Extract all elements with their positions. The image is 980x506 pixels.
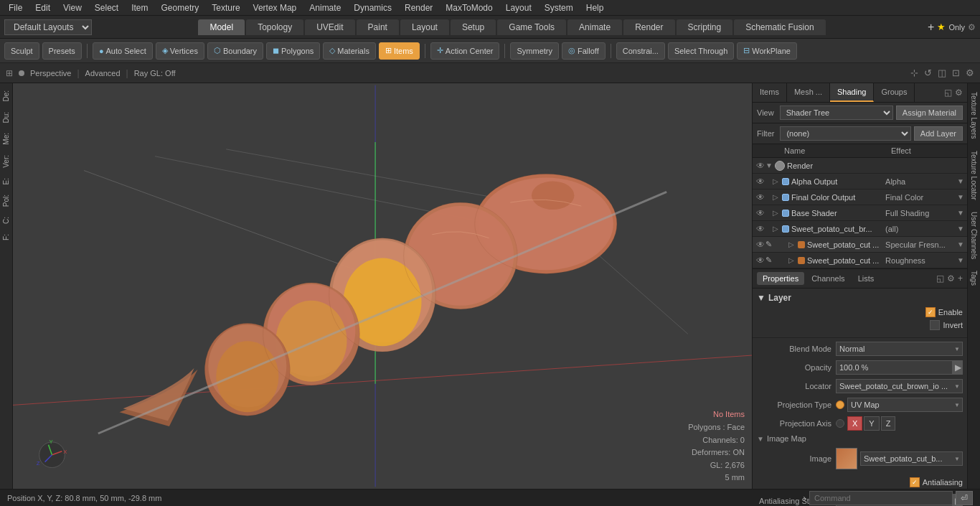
shader-row-base[interactable]: 👁 ▷ Base Shader Full Shading ▼ bbox=[753, 205, 967, 221]
action-center-button[interactable]: ✛ Action Center bbox=[430, 42, 500, 60]
opacity-input[interactable] bbox=[836, 360, 953, 375]
tab-uvedit[interactable]: UVEdit bbox=[305, 19, 354, 35]
workplane-button[interactable]: ⊟ WorkPlane bbox=[737, 42, 797, 60]
rp-tab-mesh[interactable]: Mesh ... bbox=[787, 83, 830, 102]
prop-tab-properties[interactable]: Properties bbox=[757, 272, 804, 285]
menu-edit[interactable]: Edit bbox=[29, 1, 56, 14]
tab-topology[interactable]: Topology bbox=[246, 19, 303, 35]
projection-type-dropdown[interactable]: UV Map bbox=[847, 398, 963, 412]
arrow-base[interactable]: ▷ bbox=[773, 209, 780, 217]
shader-row-roughness[interactable]: 👁 ✎ ▷ Sweet_potato_cut ... Roughness ▼ bbox=[753, 253, 967, 268]
layout-dropdown[interactable]: Default Layouts bbox=[4, 19, 92, 35]
shader-tree-dropdown[interactable]: Shader Tree bbox=[780, 106, 893, 120]
add-layout-button[interactable]: + bbox=[928, 21, 934, 34]
menu-maxtomodo[interactable]: MaxToModo bbox=[440, 1, 498, 14]
symmetry-button[interactable]: Symmetry bbox=[510, 42, 559, 60]
left-tab-me[interactable]: Me: bbox=[1, 128, 11, 149]
left-tab-du[interactable]: Du: bbox=[1, 108, 11, 128]
menu-select[interactable]: Select bbox=[89, 1, 124, 14]
left-tab-f[interactable]: F: bbox=[1, 230, 11, 245]
tab-animate[interactable]: Animate bbox=[567, 19, 622, 35]
shader-row-final-color[interactable]: 👁 ▷ Final Color Output Final Color ▼ bbox=[753, 189, 967, 205]
opacity-end-btn[interactable]: ▶ bbox=[953, 360, 963, 375]
rp-settings-icon[interactable]: ⚙ bbox=[955, 88, 963, 98]
left-tab-ver[interactable]: Ver: bbox=[1, 151, 11, 172]
tab-game-tools[interactable]: Game Tools bbox=[497, 19, 566, 35]
assign-material-button[interactable]: Assign Material bbox=[896, 106, 963, 120]
falloff-button[interactable]: ◎ Falloff bbox=[562, 42, 606, 60]
tab-paint[interactable]: Paint bbox=[357, 19, 399, 35]
menu-dynamics[interactable]: Dynamics bbox=[348, 1, 397, 14]
left-tab-e[interactable]: E: bbox=[1, 174, 11, 189]
rp-tab-shading[interactable]: Shading bbox=[830, 83, 874, 102]
axis-z-button[interactable]: Z bbox=[881, 416, 896, 431]
arrow-alpha[interactable]: ▷ bbox=[773, 177, 780, 185]
arrow-roughness[interactable]: ▷ bbox=[788, 256, 796, 264]
shader-row-alpha[interactable]: 👁 ▷ Alpha Output Alpha ▼ bbox=[753, 174, 967, 189]
invert-checkbox[interactable] bbox=[930, 320, 940, 330]
cmd-submit-button[interactable]: ⏎ bbox=[956, 491, 973, 505]
auto-select-button[interactable]: ● Auto Select bbox=[93, 42, 153, 60]
add-layer-button[interactable]: Add Layer bbox=[914, 126, 963, 141]
arrow-final[interactable]: ▷ bbox=[773, 193, 780, 201]
eye-icon-alpha[interactable]: 👁 bbox=[755, 177, 765, 187]
eye-icon-base[interactable]: 👁 bbox=[755, 208, 765, 218]
tab-model[interactable]: Model bbox=[198, 19, 245, 35]
viewport-icon-4[interactable]: ⊡ bbox=[952, 67, 960, 78]
menu-vertex-map[interactable]: Vertex Map bbox=[248, 1, 303, 14]
arrow-sweet[interactable]: ▷ bbox=[773, 225, 780, 233]
arrow-specular[interactable]: ▷ bbox=[788, 240, 796, 248]
polygons-button[interactable]: ◼ Polygons bbox=[266, 42, 320, 60]
boundary-button[interactable]: ⬡ Boundary bbox=[207, 42, 263, 60]
tab-render[interactable]: Render bbox=[623, 19, 674, 35]
eye-icon-sweet[interactable]: 👁 bbox=[755, 224, 765, 234]
antialiasing-checkbox[interactable]: ✓ bbox=[910, 477, 920, 487]
menu-help[interactable]: Help bbox=[580, 1, 610, 14]
viewport-icon-2[interactable]: ↺ bbox=[924, 67, 932, 78]
shader-row-sweet-potato[interactable]: 👁 ▷ Sweet_potato_cut_br... (all) ▼ bbox=[753, 221, 967, 237]
menu-texture[interactable]: Texture bbox=[206, 1, 245, 14]
constraints-button[interactable]: Constrai... bbox=[616, 42, 665, 60]
menu-layout[interactable]: Layout bbox=[500, 1, 537, 14]
viewport-expand-icon[interactable]: ⊞ bbox=[6, 68, 13, 78]
advanced-label[interactable]: Advanced bbox=[85, 69, 121, 78]
prop-expand-icon[interactable]: ◱ bbox=[936, 273, 944, 284]
prop-settings-icon[interactable]: ⚙ bbox=[947, 273, 955, 284]
eye-icon-render[interactable]: 👁 bbox=[755, 161, 765, 171]
menu-item[interactable]: Item bbox=[126, 1, 154, 14]
cmd-arrow-left[interactable]: › bbox=[803, 492, 806, 504]
menu-view[interactable]: View bbox=[57, 1, 88, 14]
shader-row-render[interactable]: 👁 ▼ Render bbox=[753, 158, 967, 174]
menu-system[interactable]: System bbox=[539, 1, 579, 14]
tab-layout[interactable]: Layout bbox=[400, 19, 449, 35]
axis-y-button[interactable]: Y bbox=[864, 416, 879, 431]
menu-animate[interactable]: Animate bbox=[303, 1, 347, 14]
shader-row-specular[interactable]: 👁 ✎ ▷ Sweet_potato_cut ... Specular Fres… bbox=[753, 237, 967, 253]
rp-expand-icon[interactable]: ◱ bbox=[944, 88, 952, 98]
layer-collapse-arrow[interactable]: ▼ bbox=[757, 293, 765, 303]
filter-dropdown[interactable]: (none) bbox=[780, 126, 910, 141]
blend-mode-dropdown[interactable]: Normal bbox=[836, 342, 963, 356]
eye-icon-roughness[interactable]: 👁 bbox=[755, 256, 765, 266]
prop-tab-lists[interactable]: Lists bbox=[852, 272, 880, 285]
rp-tab-groups[interactable]: Groups bbox=[874, 83, 915, 102]
viewport-icon-3[interactable]: ◫ bbox=[938, 67, 946, 78]
projection-type-dot[interactable] bbox=[836, 400, 844, 409]
eye-icon-specular[interactable]: 👁 bbox=[755, 240, 765, 250]
prop-tab-channels[interactable]: Channels bbox=[806, 272, 850, 285]
viewport[interactable]: X Y Z No Items Polygons : Face Channels:… bbox=[13, 83, 752, 489]
select-through-button[interactable]: Select Through bbox=[668, 42, 734, 60]
viewport-icon-1[interactable]: ⊹ bbox=[910, 67, 918, 78]
prop-plus-icon[interactable]: + bbox=[958, 273, 963, 284]
left-tab-de[interactable]: De: bbox=[1, 86, 11, 106]
menu-geometry[interactable]: Geometry bbox=[156, 1, 205, 14]
ray-gl-label[interactable]: Ray GL: Off bbox=[134, 69, 176, 78]
items-button[interactable]: ⊞ Items bbox=[379, 42, 420, 60]
vertices-button[interactable]: ◈ Vertices bbox=[156, 42, 204, 60]
projection-axis-dot[interactable] bbox=[836, 419, 844, 428]
perspective-label[interactable]: Perspective bbox=[30, 69, 71, 78]
enable-checkbox[interactable]: ✓ bbox=[925, 307, 936, 317]
axis-x-button[interactable]: X bbox=[847, 416, 862, 431]
image-preview[interactable] bbox=[836, 448, 857, 469]
tab-scripting[interactable]: Scripting bbox=[677, 19, 733, 35]
